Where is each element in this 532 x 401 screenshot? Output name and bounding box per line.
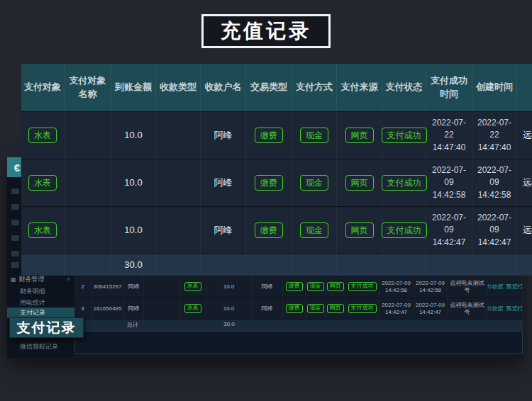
pay-method-badge: 现金	[300, 128, 328, 143]
pay-status-cell: 支付成功	[382, 112, 426, 159]
meter-type-cell: 水表	[179, 298, 206, 319]
col-header-success-time: 支付成功时间	[426, 64, 472, 111]
pay-status-cell: 支付成功	[382, 159, 426, 206]
pay-status-cell: 支付成功	[345, 276, 379, 298]
sidebar-item-wechat-auth-records[interactable]: 微信授权记录	[7, 341, 74, 352]
sidebar-item-finance-detail[interactable]: 财务明细	[7, 286, 74, 297]
create-time-cell: 2022-07-09 14:42:47	[414, 298, 448, 319]
collect-type-cell	[156, 112, 201, 159]
create-time-cell: 2022-07-09 14:42:58	[472, 159, 517, 206]
meter-badge: 水表	[184, 282, 201, 291]
payer-name: 阿峰	[124, 298, 144, 319]
order-id: 306415297	[92, 276, 124, 298]
description-cell: 远	[517, 207, 532, 254]
grid-icon: ▦	[11, 276, 16, 283]
preview-print-link[interactable]: 预览打印	[506, 283, 523, 290]
row-index: 3	[74, 298, 92, 319]
trade-type-cell: 缴费	[283, 276, 306, 298]
trade-type-cell: 缴费	[246, 112, 292, 159]
chevron-up-icon: ˄	[67, 276, 70, 283]
table-header-row: 支付对象 支付对象名称 到账金额 收款类型 收款户名 交易类型 支付方式 支付来…	[21, 64, 532, 111]
empty-cell	[21, 254, 65, 276]
amount-cell: 10.0	[111, 207, 156, 254]
table-total-row: 总计 30.0	[74, 319, 523, 331]
pay-source-cell: 网页	[326, 298, 345, 319]
page-title: 充值记录	[201, 14, 331, 48]
pay-source-badge: 网页	[345, 175, 374, 191]
description-cell: 远程电表测试号	[448, 276, 487, 298]
export-receipt-link[interactable]: 导出收据	[487, 305, 504, 312]
background-table: 2 306415297 阿峰 水表 10.0 阿峰 缴费 现金 网页 支付成功 …	[74, 275, 523, 358]
pay-method-cell: 现金	[292, 159, 337, 206]
col-header-pay-target: 支付对象	[21, 64, 65, 111]
trade-type-badge: 缴费	[255, 175, 283, 191]
account-name-cell: 阿峰	[201, 207, 246, 254]
trade-type-badge: 缴费	[286, 304, 303, 313]
pay-status-cell: 支付成功	[345, 298, 379, 319]
table-row: 水表 10.0 阿峰 缴费 现金 网页 支付成功 2022-07-09 14:4…	[21, 159, 532, 206]
col-header-collect-type: 收款类型	[156, 64, 201, 111]
pay-source-badge: 网页	[345, 128, 374, 143]
recharge-records-table: 支付对象 支付对象名称 到账金额 收款类型 收款户名 交易类型 支付方式 支付来…	[21, 64, 532, 276]
pay-target-cell: 水表	[21, 159, 65, 206]
pay-source-cell: 网页	[337, 159, 382, 206]
sidebar-group-label: 财务管理	[19, 275, 45, 284]
target-name-cell	[65, 112, 111, 159]
table-row: 水表 10.0 阿峰 缴费 现金 网页 支付成功 2022-07-22 14:4…	[21, 111, 532, 159]
export-receipt-link[interactable]: 导出收据	[487, 283, 504, 290]
total-label: 总计	[118, 321, 147, 329]
pay-source-badge: 网页	[345, 222, 374, 238]
empty-cell	[426, 254, 472, 276]
success-time-cell: 2022-07-09 14:42:47	[426, 207, 472, 254]
total-amount: 30.0	[111, 254, 156, 276]
trade-type-badge: 缴费	[286, 282, 303, 291]
empty-cell	[472, 254, 517, 276]
sidebar-item-placeholder	[11, 188, 19, 194]
empty-cell	[292, 254, 337, 276]
payment-records-callout: 支付记录	[9, 317, 84, 338]
pay-target-cell: 水表	[21, 112, 65, 159]
water-meter-badge: 水表	[28, 222, 57, 238]
description-cell: 远	[517, 159, 532, 206]
sidebar-item-placeholder	[11, 235, 19, 241]
table-footer-strip	[74, 331, 523, 354]
col-header-account-name: 收款户名	[201, 64, 246, 111]
trade-type-badge: 缴费	[255, 222, 283, 238]
meter-badge: 水表	[184, 304, 201, 313]
pay-method-cell: 现金	[292, 207, 337, 254]
col-header-amount: 到账金额	[111, 64, 156, 111]
pay-method-cell: 现金	[306, 276, 326, 298]
col-header-clipped	[517, 64, 532, 111]
empty-cell	[517, 254, 532, 276]
success-time-cell: 2022-07-09 14:42:58	[379, 276, 414, 298]
empty-cell	[156, 254, 201, 276]
pay-status-badge: 支付成功	[348, 282, 377, 291]
amount-cell: 10.0	[111, 159, 156, 206]
pay-method-cell: 现金	[306, 298, 326, 319]
sidebar-item-electricity-stats[interactable]: 用电统计	[7, 298, 74, 308]
table-row: 3 161650495 阿峰 水表 10.0 阿峰 缴费 现金 网页 支付成功 …	[74, 298, 523, 319]
create-time-cell: 2022-07-09 14:42:47	[472, 207, 517, 254]
meter-type-cell: 水表	[179, 276, 206, 298]
payer-name: 阿峰	[124, 276, 144, 298]
account-name-cell: 阿峰	[252, 298, 283, 319]
col-header-pay-method: 支付方式	[292, 64, 337, 111]
description-cell: 远	[517, 112, 532, 159]
order-id: 161650495	[92, 298, 124, 319]
col-header-create-time: 创建时间	[472, 64, 517, 111]
pay-method-cell: 现金	[292, 112, 337, 159]
pay-source-cell: 网页	[337, 112, 382, 159]
table-row: 2 306415297 阿峰 水表 10.0 阿峰 缴费 现金 网页 支付成功 …	[74, 275, 523, 298]
preview-print-link[interactable]: 预览打印	[506, 305, 523, 312]
account-name-cell: 阿峰	[201, 112, 246, 159]
success-time-cell: 2022-07-09 14:42:47	[379, 298, 414, 319]
pay-status-badge: 支付成功	[348, 304, 377, 313]
table-row: 水表 10.0 阿峰 缴费 现金 网页 支付成功 2022-07-09 14:4…	[21, 206, 532, 254]
trade-type-cell: 缴费	[246, 207, 292, 254]
sidebar-item-payment-records[interactable]: 支付记录	[7, 307, 74, 318]
pay-target-cell: 水表	[21, 207, 65, 254]
success-time-cell: 2022-07-09 14:42:58	[426, 159, 472, 206]
empty-cell	[201, 254, 246, 276]
col-header-target-name: 支付对象名称	[65, 64, 111, 111]
actions-cell: 导出收据 预览打印	[487, 298, 523, 319]
